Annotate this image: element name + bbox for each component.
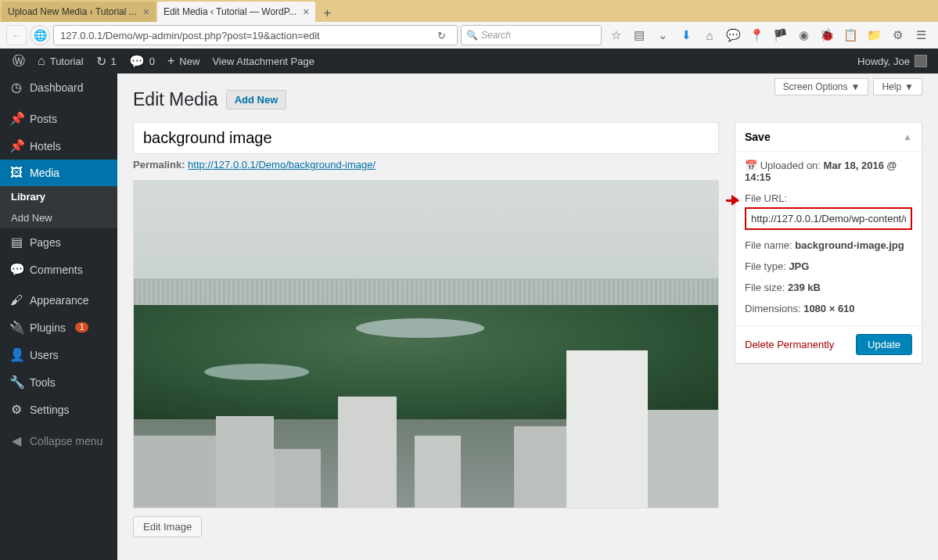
browser-tab-inactive[interactable]: Upload New Media ‹ Tutorial ... × [2, 2, 156, 22]
sidebar-item-dashboard[interactable]: ◷Dashboard [0, 74, 117, 101]
sidebar-item-appearance[interactable]: 🖌Appearance [0, 287, 117, 314]
filesize-label: File size: [745, 282, 785, 293]
sidebar-item-posts[interactable]: 📌Posts [0, 105, 117, 132]
browser-tab-active[interactable]: Edit Media ‹ Tutorial — WordP... × [157, 2, 315, 22]
download-icon[interactable]: ⬇ [680, 29, 692, 41]
wp-body: ◷Dashboard 📌Posts 📌Hotels 🖾Media Library… [0, 74, 938, 560]
filesize-row: File size: 239 kB [745, 282, 912, 293]
close-icon[interactable]: × [303, 5, 309, 18]
pin-icon: 📌 [9, 138, 23, 153]
pocket-icon[interactable]: ⌄ [656, 29, 669, 41]
pin-icon[interactable]: 📍 [750, 29, 763, 41]
sidebar-item-settings[interactable]: ⚙Settings [0, 396, 117, 423]
view-attachment-link[interactable]: View Attachment Page [206, 48, 321, 74]
new-tab-button[interactable]: + [317, 5, 337, 22]
search-placeholder: Search [481, 30, 511, 41]
avatar [915, 55, 927, 67]
postbox-body: 📅 Uploaded on: Mar 18, 2016 @ 14:15 File… [735, 152, 922, 325]
filetype-label: File type: [745, 260, 786, 272]
gear-icon[interactable]: ⚙ [891, 29, 904, 41]
tab-title: Upload New Media ‹ Tutorial ... [8, 6, 137, 17]
dashboard-icon: ◷ [9, 80, 23, 95]
sidebar-item-users[interactable]: 👤Users [0, 341, 117, 368]
sidebar-label: Settings [30, 404, 70, 416]
sidebar-item-media[interactable]: 🖾Media [0, 160, 117, 186]
note-icon[interactable]: 📋 [844, 29, 857, 41]
updates-count: 1 [111, 56, 117, 67]
submenu-addnew[interactable]: Add New [0, 207, 117, 228]
plug-icon: 🔌 [9, 320, 23, 335]
updates-link[interactable]: ↻1 [90, 48, 123, 74]
bug-icon[interactable]: 🐞 [821, 29, 833, 41]
toggle-icon[interactable]: ▲ [903, 131, 912, 142]
site-name: Tutorial [50, 56, 84, 67]
sidebar-item-comments[interactable]: 💬Comments [0, 256, 117, 283]
sidebar-label: Dashboard [30, 81, 84, 94]
calendar-icon: 📅 [745, 160, 757, 171]
btn-label: Screen Options [783, 81, 848, 92]
fileurl-input[interactable] [745, 207, 912, 230]
plus-icon: + [167, 54, 174, 68]
content-area: Screen Options▼ Help▼ Edit Media Add New… [117, 74, 938, 560]
url-bar[interactable]: ↻ [53, 25, 458, 45]
sidebar-label: Appearance [30, 294, 89, 307]
toolbar-icons: ☆ ▤ ⌄ ⬇ ⌂ 💬 📍 🏴 ◉ 🐞 📋 📁 ⚙ ☰ [605, 29, 932, 41]
view-label: View Attachment Page [212, 56, 314, 67]
wp-logo[interactable]: Ⓦ [6, 48, 31, 74]
globe-icon[interactable]: 🌐 [30, 25, 50, 45]
help-button[interactable]: Help▼ [873, 78, 922, 95]
screen-options-button[interactable]: Screen Options▼ [774, 78, 869, 95]
title-input[interactable] [133, 122, 719, 154]
sidebar-label: Users [30, 349, 59, 361]
update-button[interactable]: Update [856, 334, 912, 355]
close-icon[interactable]: × [143, 5, 149, 18]
filetype-value: JPG [789, 260, 809, 272]
filesize-value: 239 kB [788, 282, 821, 293]
dimensions-row: Dimensions: 1080 × 610 [745, 303, 912, 314]
howdy-link[interactable]: Howdy, Joe [857, 55, 932, 67]
save-postbox: Save ▲ 📅 Uploaded on: Mar 18, 2016 @ 14:… [735, 122, 922, 364]
edit-image-button[interactable]: Edit Image [133, 516, 202, 537]
folder-icon[interactable]: 📁 [868, 29, 880, 41]
url-input[interactable] [60, 30, 432, 41]
delete-link[interactable]: Delete Permanently [745, 339, 834, 350]
brush-icon: 🖌 [9, 293, 23, 307]
list-icon[interactable]: ▤ [633, 29, 645, 41]
home-icon[interactable]: ⌂ [703, 29, 716, 41]
star-icon[interactable]: ☆ [609, 29, 622, 41]
media-icon: 🖾 [9, 166, 23, 180]
sidebar-item-hotels[interactable]: 📌Hotels [0, 132, 117, 160]
permalink-link[interactable]: http://127.0.0.1/Demo/background-image/ [188, 159, 376, 171]
comments-count: 0 [149, 56, 155, 67]
submenu-library[interactable]: Library [0, 186, 117, 207]
filetype-row: File type: JPG [745, 260, 912, 272]
comments-link[interactable]: 💬0 [123, 48, 161, 74]
back-button[interactable]: ← [6, 25, 27, 45]
filename-row: File name: background-image.jpg [745, 239, 912, 251]
chat-icon[interactable]: 💬 [727, 29, 739, 41]
sidebar-item-plugins[interactable]: 🔌Plugins1 [0, 314, 117, 341]
collapse-menu[interactable]: ◀Collapse menu [0, 427, 117, 454]
new-link[interactable]: +New [161, 48, 206, 74]
sidebar-item-tools[interactable]: 🔧Tools [0, 368, 117, 396]
reload-icon[interactable]: ↻ [432, 30, 451, 41]
search-bar[interactable]: 🔍 Search [461, 25, 602, 45]
add-new-button[interactable]: Add New [226, 90, 287, 109]
postbox-footer: Delete Permanently Update [735, 325, 922, 363]
edit-body: Permalink: http://127.0.0.1/Demo/backgro… [133, 122, 922, 537]
filename-value: background-image.jpg [795, 239, 904, 251]
sidebar-item-pages[interactable]: ▤Pages [0, 228, 117, 256]
new-label: New [179, 56, 199, 67]
adminbar-left: Ⓦ ⌂Tutorial ↻1 💬0 +New View Attachment P… [6, 48, 321, 74]
fileurl-label: File URL: [745, 192, 912, 204]
wordpress-icon: Ⓦ [13, 53, 25, 70]
sidebar-label: Pages [30, 236, 61, 249]
menu-icon[interactable]: ☰ [915, 29, 927, 41]
filename-label: File name: [745, 239, 792, 251]
postbox-title: Save [745, 131, 771, 143]
top-buttons: Screen Options▼ Help▼ [774, 78, 922, 95]
flag-icon[interactable]: 🏴 [774, 29, 786, 41]
circle-icon[interactable]: ◉ [797, 29, 810, 41]
site-link[interactable]: ⌂Tutorial [31, 48, 90, 74]
collapse-icon: ◀ [9, 433, 23, 448]
